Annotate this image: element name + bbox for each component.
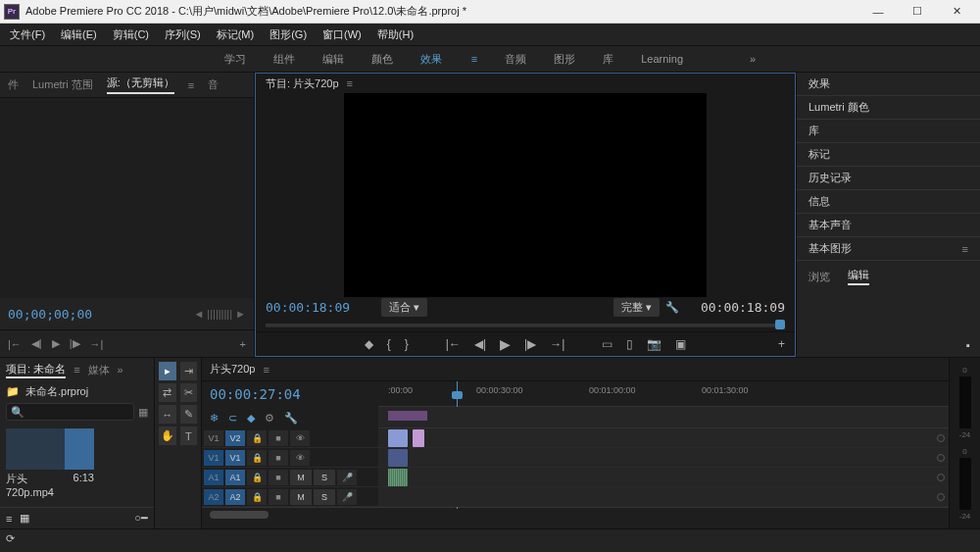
- prog-step-fwd-icon[interactable]: |▶: [524, 337, 536, 351]
- track-mute-button[interactable]: M: [290, 470, 312, 485]
- sequence-name[interactable]: 片头720p: [210, 362, 255, 376]
- track-sync-icon[interactable]: ■: [269, 430, 288, 446]
- video-clip[interactable]: [413, 429, 424, 447]
- prog-marker-icon[interactable]: ◆: [365, 337, 373, 351]
- prog-goto-in-icon[interactable]: |←: [446, 337, 461, 351]
- source-tab-audio-partial[interactable]: 音: [208, 77, 219, 92]
- workspace-learn[interactable]: 学习: [224, 52, 246, 67]
- track-lock-icon[interactable]: 🔒: [247, 430, 267, 446]
- track-output-icon[interactable]: [937, 434, 945, 442]
- menu-marker[interactable]: 标记(M): [211, 25, 261, 44]
- program-resolution-dropdown[interactable]: 完整 ▾: [613, 298, 660, 317]
- timeline-timecode[interactable]: 00:00:27:04: [210, 386, 301, 402]
- source-tab-lumetri[interactable]: Lumetri 范围: [32, 77, 93, 92]
- track-solo-button[interactable]: S: [314, 489, 335, 505]
- track-target-a1[interactable]: A1: [225, 470, 245, 485]
- program-timecode-left[interactable]: 00:00:18:09: [266, 300, 350, 315]
- video-clip[interactable]: [388, 449, 408, 467]
- project-search-input[interactable]: 🔍: [6, 403, 134, 421]
- track-voiceover-icon[interactable]: 🎤: [337, 489, 357, 505]
- project-filter-icon[interactable]: ▦: [138, 406, 148, 419]
- graphics-edit-tab[interactable]: 编辑: [848, 268, 869, 285]
- right-tab-info[interactable]: 信息: [797, 190, 980, 214]
- menu-edit[interactable]: 编辑(E): [55, 25, 103, 44]
- prog-play-icon[interactable]: ▶: [500, 336, 511, 352]
- menu-sequence[interactable]: 序列(S): [159, 25, 207, 44]
- source-timecode[interactable]: 00;00;00;00: [8, 307, 92, 322]
- project-panel-menu-icon[interactable]: ≡: [74, 364, 79, 376]
- right-tab-essential-graphics[interactable]: 基本图形≡: [797, 237, 980, 261]
- track-output-icon[interactable]: [937, 474, 945, 481]
- track-source-a1[interactable]: A1: [204, 470, 223, 485]
- workspace-assembly[interactable]: 组件: [273, 52, 295, 67]
- prog-lift-icon[interactable]: ▭: [602, 337, 612, 351]
- project-zoom-slider[interactable]: ○━: [134, 512, 148, 525]
- prog-step-back-icon[interactable]: ◀|: [474, 337, 486, 351]
- program-viewer[interactable]: [256, 93, 795, 297]
- track-voiceover-icon[interactable]: 🎤: [337, 470, 357, 485]
- track-sync-icon[interactable]: ■: [269, 450, 288, 466]
- status-sync-icon[interactable]: ⟳: [6, 532, 15, 545]
- prog-export-icon[interactable]: ▣: [675, 337, 686, 351]
- tl-snap-icon[interactable]: ❄: [210, 412, 219, 425]
- track-eye-icon[interactable]: 👁: [290, 430, 310, 446]
- workspace-expand[interactable]: »: [750, 53, 756, 65]
- right-tab-history[interactable]: 历史记录: [797, 167, 980, 190]
- project-list-view-icon[interactable]: ≡: [6, 513, 12, 525]
- program-scrubber[interactable]: [256, 318, 795, 331]
- menu-window[interactable]: 窗口(W): [317, 25, 368, 44]
- source-panel-menu-icon[interactable]: ≡: [188, 79, 194, 91]
- track-target-a2[interactable]: A2: [225, 489, 245, 505]
- src-add-button-icon[interactable]: +: [240, 338, 246, 350]
- program-settings-icon[interactable]: 🔧: [665, 301, 679, 314]
- source-tab-effects-partial[interactable]: 件: [8, 77, 19, 92]
- track-target-v2[interactable]: V2: [225, 430, 245, 446]
- program-panel-menu-icon[interactable]: ≡: [347, 77, 353, 89]
- timeline-ruler[interactable]: :00:00 00:00:30:00 00:01:00:00 00:01:30:…: [378, 381, 949, 407]
- source-viewer[interactable]: [0, 98, 254, 298]
- tl-marker-icon[interactable]: ◆: [247, 412, 255, 425]
- workspace-color[interactable]: 颜色: [371, 52, 393, 67]
- track-mute-button[interactable]: M: [290, 489, 312, 505]
- hand-tool-icon[interactable]: ✋: [159, 427, 176, 445]
- prog-out-icon[interactable]: }: [405, 337, 409, 351]
- track-lock-icon[interactable]: 🔒: [247, 450, 267, 466]
- right-panel-menu-icon[interactable]: ≡: [962, 243, 968, 255]
- right-tab-libraries[interactable]: 库: [797, 120, 980, 143]
- track-sync-icon[interactable]: ■: [269, 470, 288, 485]
- track-source-a2[interactable]: A2: [204, 489, 223, 505]
- source-tab-source[interactable]: 源:（无剪辑）: [107, 75, 174, 94]
- right-tab-markers[interactable]: 标记: [797, 143, 980, 167]
- track-header-v2[interactable]: V1 V2 🔒 ■ 👁: [202, 428, 378, 448]
- track-header-v1[interactable]: V1 V1 🔒 ■ 👁: [202, 448, 378, 468]
- project-tab[interactable]: 项目: 未命名: [6, 362, 66, 378]
- type-tool-icon[interactable]: T: [180, 427, 198, 445]
- track-solo-button[interactable]: S: [314, 470, 335, 485]
- menu-file[interactable]: 文件(F): [4, 25, 51, 44]
- workspace-editing[interactable]: 编辑: [322, 52, 344, 67]
- right-tab-lumetri[interactable]: Lumetri 颜色: [797, 96, 980, 120]
- menu-help[interactable]: 帮助(H): [371, 25, 419, 44]
- track-source-v1b[interactable]: V1: [204, 450, 223, 466]
- media-browser-tab[interactable]: 媒体: [88, 363, 110, 377]
- prog-in-icon[interactable]: {: [387, 337, 391, 351]
- source-zoom[interactable]: ◄ ||||||||| ►: [193, 308, 246, 320]
- close-button[interactable]: ✕: [937, 0, 976, 24]
- track-header-a1[interactable]: A1 A1 🔒 ■ M S 🎤: [202, 468, 378, 487]
- tl-wrench-icon[interactable]: 🔧: [284, 412, 298, 425]
- track-output-icon[interactable]: [937, 493, 945, 501]
- track-output-icon[interactable]: [937, 454, 945, 462]
- tl-settings-icon[interactable]: ⚙: [265, 412, 274, 425]
- workspace-graphics[interactable]: 图形: [554, 52, 575, 67]
- src-goto-out-icon[interactable]: →|: [90, 338, 104, 350]
- timeline-zoom-scrollbar[interactable]: [210, 511, 269, 519]
- program-fit-dropdown[interactable]: 适合 ▾: [381, 298, 427, 317]
- pen-tool-icon[interactable]: ✎: [180, 405, 198, 424]
- workspace-audio[interactable]: 音频: [505, 52, 526, 67]
- project-clip-item[interactable]: 片头720p.mp4 6:13: [6, 428, 94, 498]
- timeline-clips[interactable]: [378, 428, 949, 507]
- src-goto-in-icon[interactable]: |←: [8, 338, 22, 350]
- right-tab-effects[interactable]: 效果: [797, 73, 980, 96]
- project-icon-view-icon[interactable]: ▦: [20, 512, 29, 525]
- src-step-back-icon[interactable]: ◀|: [31, 337, 42, 350]
